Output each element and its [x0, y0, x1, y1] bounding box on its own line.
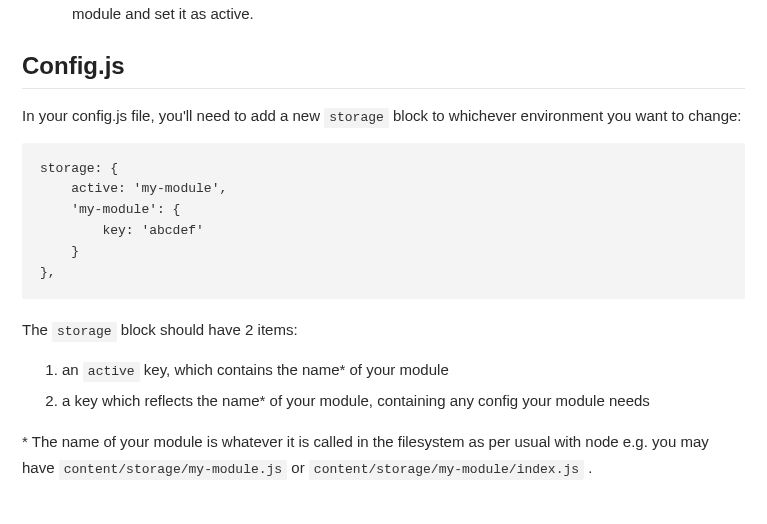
- inline-code-path-1: content/storage/my-module.js: [59, 460, 287, 480]
- list-item-1-post: key, which contains the name* of your mo…: [140, 361, 449, 378]
- previous-section-trailing-text: module and set it as active.: [22, 3, 745, 26]
- doc-page: module and set it as active. Config.js I…: [0, 3, 767, 505]
- after-code-paragraph: The storage block should have 2 items:: [22, 317, 745, 343]
- list-item: a key which reflects the name* of your m…: [62, 388, 745, 414]
- footnote-post: .: [584, 459, 592, 476]
- intro-text-post: block to whichever environment you want …: [389, 107, 742, 124]
- intro-paragraph: In your config.js file, you'll need to a…: [22, 103, 745, 129]
- section-heading-configjs: Config.js: [22, 52, 745, 89]
- inline-code-storage-2: storage: [52, 322, 117, 342]
- code-block-storage-config: storage: { active: 'my-module', 'my-modu…: [22, 143, 745, 300]
- list-item: an active key, which contains the name* …: [62, 357, 745, 383]
- list-item-1-pre: an: [62, 361, 83, 378]
- after-code-post: block should have 2 items:: [117, 321, 298, 338]
- footnote-paragraph: * The name of your module is whatever it…: [22, 429, 745, 481]
- items-list: an active key, which contains the name* …: [22, 357, 745, 413]
- inline-code-active: active: [83, 362, 140, 382]
- inline-code-path-2: content/storage/my-module/index.js: [309, 460, 584, 480]
- footnote-mid: or: [287, 459, 309, 476]
- after-code-pre: The: [22, 321, 52, 338]
- inline-code-storage: storage: [324, 108, 389, 128]
- intro-text-pre: In your config.js file, you'll need to a…: [22, 107, 324, 124]
